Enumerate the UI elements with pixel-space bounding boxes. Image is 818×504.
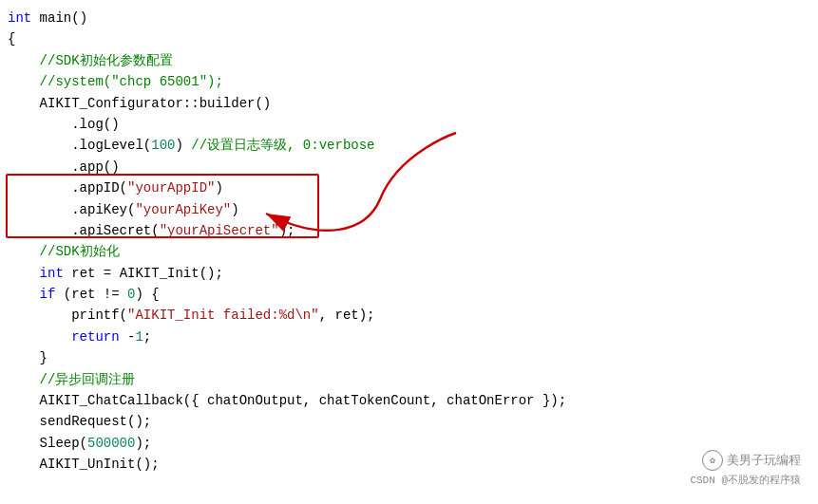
code-line: //system("chcp 65001"); xyxy=(8,71,818,92)
code-token: AIKIT_UnInit(); xyxy=(8,454,160,475)
code-token: "yourApiKey" xyxy=(135,199,231,220)
code-line: //SDK初始化参数配置 xyxy=(8,50,818,71)
code-token: //SDK初始化参数配置 xyxy=(8,50,173,71)
code-token xyxy=(8,263,40,284)
code-line: { xyxy=(8,28,818,49)
code-token: 0 xyxy=(127,284,135,305)
code-line: sendRequest(); xyxy=(8,411,818,432)
code-token: 100 xyxy=(151,135,175,156)
code-token: .apiSecret( xyxy=(8,220,160,241)
code-token xyxy=(8,327,71,347)
code-token: .appID( xyxy=(8,177,127,198)
code-area: int main(){ //SDK初始化参数配置 //system("chcp … xyxy=(0,0,818,483)
code-token: Sleep( xyxy=(8,433,87,454)
watermark: ✿ 美男子玩编程 CSDN @不脱发的程序猿 xyxy=(690,450,801,487)
code-token: int xyxy=(40,263,64,284)
code-line: return -1; xyxy=(8,327,818,347)
code-token: if xyxy=(40,284,56,305)
code-token: int xyxy=(8,8,31,28)
code-token: //异步回调注册 xyxy=(8,369,135,390)
code-token: ) xyxy=(231,199,238,220)
code-line: int main() xyxy=(8,8,818,28)
code-token: } xyxy=(8,347,48,368)
code-token: (ret != xyxy=(55,284,127,305)
code-line: } xyxy=(8,347,818,368)
code-token: .apiKey( xyxy=(8,199,135,220)
code-token: , ret); xyxy=(319,305,375,326)
code-token: ); xyxy=(279,220,295,241)
code-token: - xyxy=(120,327,136,347)
code-line: .logLevel(100) //设置日志等级, 0:verbose xyxy=(8,135,818,156)
code-token: main() xyxy=(31,8,87,28)
code-line: if (ret != 0) { xyxy=(8,284,818,305)
code-token: ) { xyxy=(135,284,159,305)
code-token: 1 xyxy=(135,327,143,347)
code-token: return xyxy=(71,327,119,347)
code-token: //SDK初始化 xyxy=(8,241,120,262)
code-line: //SDK初始化 xyxy=(8,241,818,262)
code-token: AIKIT_ChatCallback({ chatOnOutput, chatT… xyxy=(8,390,566,411)
code-token: .logLevel( xyxy=(8,135,151,156)
code-token: ) xyxy=(175,135,191,156)
code-token: //system("chcp 65001"); xyxy=(8,71,223,92)
code-token: //设置日志等级, 0:verbose xyxy=(191,135,374,156)
code-token: "yourAppID" xyxy=(127,177,215,198)
code-token: printf( xyxy=(8,305,127,326)
code-line: .apiSecret("yourApiSecret"); xyxy=(8,220,818,241)
code-token: .log() xyxy=(8,114,120,135)
watermark-sub: CSDN @不脱发的程序猿 xyxy=(690,473,801,487)
code-token: "yourApiSecret" xyxy=(160,220,279,241)
code-line: .appID("yourAppID") xyxy=(8,177,818,198)
code-token: ) xyxy=(215,177,222,198)
code-token: "AIKIT_Init failed:%d\n" xyxy=(127,305,319,326)
code-token: .app() xyxy=(8,157,120,177)
code-line: int ret = AIKIT_Init(); xyxy=(8,263,818,284)
code-token: sendRequest(); xyxy=(8,411,151,432)
code-token: 500000 xyxy=(87,433,135,454)
code-token: ); xyxy=(135,433,151,454)
code-token: ret = AIKIT_Init(); xyxy=(64,263,223,284)
code-line: AIKIT_Configurator::builder() xyxy=(8,93,818,114)
code-token: { xyxy=(8,28,15,49)
code-token: AIKIT_Configurator::builder() xyxy=(8,93,271,114)
code-line: .apiKey("yourApiKey") xyxy=(8,199,818,220)
watermark-name: 美男子玩编程 xyxy=(727,452,801,469)
code-line: AIKIT_ChatCallback({ chatOnOutput, chatT… xyxy=(8,390,818,411)
code-line: //异步回调注册 xyxy=(8,369,818,390)
code-line: .log() xyxy=(8,114,818,135)
code-token: ; xyxy=(143,327,151,347)
code-token xyxy=(8,284,40,305)
code-line: printf("AIKIT_Init failed:%d\n", ret); xyxy=(8,305,818,326)
code-line: .app() xyxy=(8,157,818,177)
watermark-logo-icon: ✿ xyxy=(702,450,723,471)
